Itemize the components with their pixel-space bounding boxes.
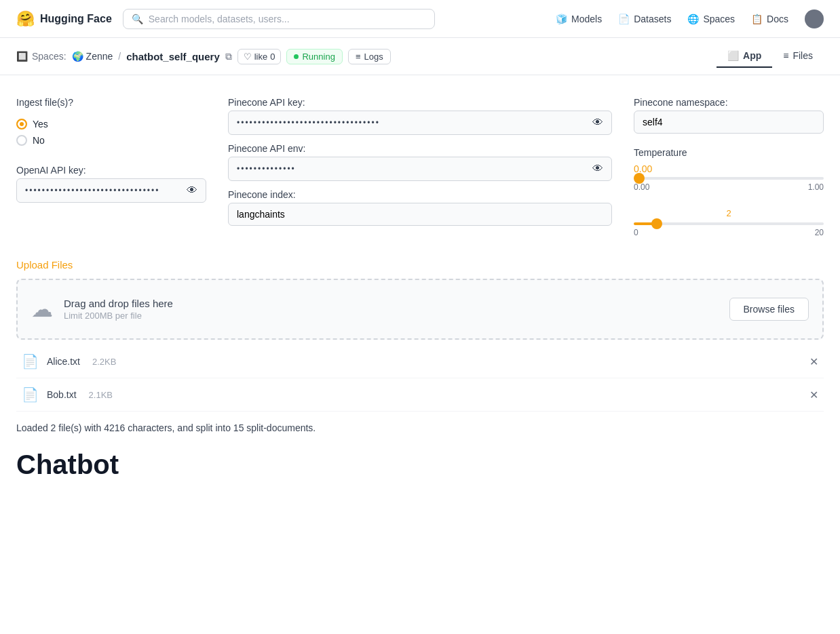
radio-yes-label: Yes	[33, 119, 48, 130]
search-icon: 🔍	[132, 14, 143, 24]
radio-no[interactable]: No	[16, 135, 206, 146]
pinecone-ns-input[interactable]	[634, 111, 824, 134]
radio-yes-input[interactable]	[16, 119, 27, 130]
numdocs-slider[interactable]	[634, 222, 824, 225]
form-col-3: Pinecone namespace: Temperature 0.00 0.0…	[634, 97, 824, 237]
drop-text: Drag and drop files here Limit 200MB per…	[64, 298, 719, 321]
heart-icon: ♡	[244, 52, 252, 62]
pinecone-env-label: Pinecone API env:	[228, 143, 612, 154]
models-icon: 🧊	[556, 14, 567, 24]
numdocs-min: 0	[634, 228, 638, 237]
nav-links: 🧊 Models 📄 Datasets 🌐 Spaces 📋 Docs	[556, 9, 824, 28]
user-avatar[interactable]	[805, 9, 824, 28]
logs-button[interactable]: ≡ Logs	[348, 49, 391, 64]
breadcrumb-owner[interactable]: 🌍 Zenne	[72, 51, 113, 62]
drop-zone[interactable]: ☁ Drag and drop files here Limit 200MB p…	[16, 279, 824, 340]
file-list: 📄 Alice.txt 2.2KB ✕ 📄 Bob.txt 2.1KB ✕	[16, 345, 824, 412]
top-navigation: 🤗 Hugging Face 🔍 Search models, datasets…	[0, 0, 840, 38]
radio-yes[interactable]: Yes	[16, 119, 206, 130]
breadcrumb-separator: /	[118, 51, 121, 62]
ingest-label: Ingest file(s)?	[16, 97, 206, 108]
pinecone-ns-label: Pinecone namespace:	[634, 97, 824, 108]
nav-spaces[interactable]: 🌐 Spaces	[687, 14, 735, 24]
nav-models[interactable]: 🧊 Models	[556, 14, 602, 24]
main-content: Ingest file(s)? Yes No OpenAI API key: •…	[0, 75, 840, 502]
remove-alice-button[interactable]: ✕	[809, 355, 818, 368]
file-item: 📄 Alice.txt 2.2KB ✕	[16, 345, 824, 378]
copy-icon[interactable]: ⧉	[225, 51, 232, 62]
chatbot-title: Chatbot	[16, 450, 824, 480]
logo-icon: 🤗	[16, 10, 35, 28]
like-button[interactable]: ♡ like 0	[237, 49, 282, 64]
file-icon: 📄	[22, 353, 39, 370]
openai-label: OpenAI API key:	[16, 165, 206, 176]
temperature-slider[interactable]	[634, 177, 824, 180]
temperature-label: Temperature	[634, 147, 824, 158]
app-icon: ⬜	[727, 50, 739, 61]
datasets-icon: 📄	[618, 14, 630, 24]
upload-title: Upload Files	[16, 259, 824, 271]
file-icon: 📄	[22, 387, 39, 403]
pinecone-index-input[interactable]	[228, 203, 612, 226]
numdocs-labels: 0 20	[634, 228, 824, 237]
file-name-alice: Alice.txt	[47, 356, 80, 367]
browse-files-button[interactable]: Browse files	[729, 298, 809, 321]
loaded-message: Loaded 2 file(s) with 4216 characters, a…	[16, 422, 824, 433]
file-name-bob: Bob.txt	[47, 389, 77, 400]
spaces-icon: 🌐	[687, 14, 699, 24]
subheader: 🔲 Spaces: 🌍 Zenne / chatbot_self_query ⧉…	[0, 38, 840, 75]
logo-text: Hugging Face	[40, 13, 112, 25]
form-col-2: Pinecone API key: ••••••••••••••••••••••…	[228, 97, 612, 237]
openai-dots: ••••••••••••••••••••••••••••••••	[25, 186, 181, 195]
drag-label: Drag and drop files here	[64, 298, 719, 309]
pinecone-env-dots: ••••••••••••••	[237, 164, 587, 174]
radio-no-input[interactable]	[16, 135, 27, 146]
page-tabs: ⬜ App ≡ Files	[717, 45, 824, 68]
pinecone-key-label: Pinecone API key:	[228, 97, 612, 108]
search-bar[interactable]: 🔍 Search models, datasets, users...	[123, 9, 435, 29]
files-icon: ≡	[783, 50, 788, 61]
nav-datasets[interactable]: 📄 Datasets	[618, 14, 671, 24]
form-col-1: Ingest file(s)? Yes No OpenAI API key: •…	[16, 97, 206, 237]
pinecone-key-eye-icon[interactable]: 👁	[592, 117, 603, 129]
file-item: 📄 Bob.txt 2.1KB ✕	[16, 378, 824, 412]
logo[interactable]: 🤗 Hugging Face	[16, 10, 112, 28]
tab-app[interactable]: ⬜ App	[717, 45, 772, 68]
pinecone-env-eye-icon[interactable]: 👁	[592, 163, 603, 175]
radio-group-ingest: Yes No	[16, 119, 206, 146]
owner-emoji: 🌍	[72, 51, 83, 62]
pinecone-key-dots: ••••••••••••••••••••••••••••••••••	[237, 118, 587, 127]
breadcrumb-repo[interactable]: chatbot_self_query	[126, 51, 220, 62]
nav-docs[interactable]: 📋 Docs	[751, 14, 788, 24]
file-size-alice: 2.2KB	[92, 357, 116, 367]
pinecone-index-label: Pinecone index:	[228, 189, 612, 200]
temperature-max: 1.00	[808, 182, 824, 192]
openai-field[interactable]: •••••••••••••••••••••••••••••••• 👁	[16, 178, 206, 203]
spaces-emoji: 🔲	[16, 51, 28, 62]
docs-icon: 📋	[751, 14, 763, 24]
pinecone-key-field[interactable]: •••••••••••••••••••••••••••••••••• 👁	[228, 111, 612, 135]
running-badge: Running	[286, 49, 342, 64]
logs-icon: ≡	[356, 52, 361, 62]
temperature-labels: 0.00 1.00	[634, 182, 824, 192]
spaces-label: 🔲 Spaces:	[16, 51, 66, 62]
numdocs-value: 2	[634, 208, 824, 218]
remove-bob-button[interactable]: ✕	[809, 389, 818, 401]
form-grid: Ingest file(s)? Yes No OpenAI API key: •…	[16, 97, 824, 237]
running-dot	[294, 54, 299, 59]
file-size-bob: 2.1KB	[89, 390, 113, 400]
upload-cloud-icon: ☁	[31, 296, 53, 322]
tab-files[interactable]: ≡ Files	[772, 45, 824, 68]
numdocs-max: 20	[815, 228, 824, 237]
radio-no-label: No	[33, 135, 45, 146]
limit-label: Limit 200MB per file	[64, 311, 719, 321]
search-placeholder: Search models, datasets, users...	[149, 14, 290, 24]
openai-eye-icon[interactable]: 👁	[187, 184, 197, 197]
pinecone-env-field[interactable]: •••••••••••••• 👁	[228, 157, 612, 181]
temperature-min: 0.00	[634, 182, 649, 192]
upload-section: Upload Files ☁ Drag and drop files here …	[16, 259, 824, 433]
